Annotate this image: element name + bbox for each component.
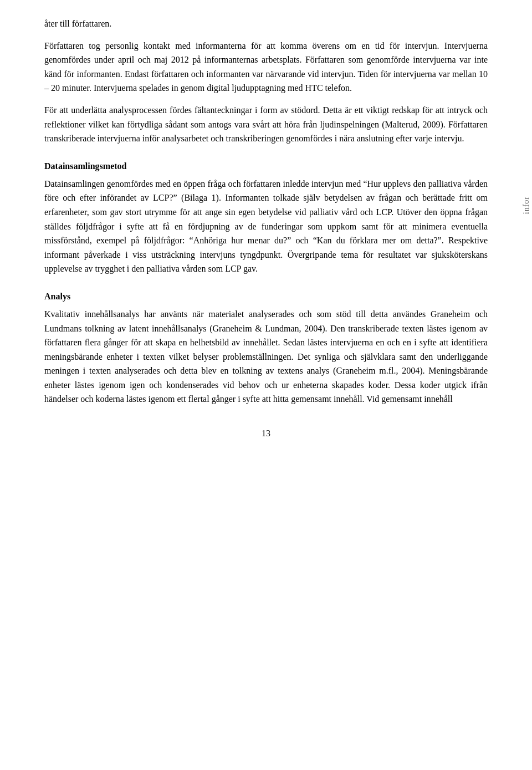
paragraph-p1: åter till författaren. xyxy=(44,17,488,31)
section-heading-heading-analys: Analys xyxy=(44,292,488,302)
infor-label: infor xyxy=(522,196,531,214)
paragraph-p3: För att underlätta analysprocessen förde… xyxy=(44,103,488,146)
section-heading-heading-datainsamling: Datainsamlingsmetod xyxy=(44,161,488,171)
content-area: åter till författaren.Författaren tog pe… xyxy=(44,17,488,406)
paragraph-p4: Datainsamlingen genomfördes med en öppen… xyxy=(44,177,488,276)
paragraph-p2: Författaren tog personlig kontakt med in… xyxy=(44,39,488,95)
paragraph-p5: Kvalitativ innehållsanalys har använts n… xyxy=(44,307,488,406)
page: infor åter till författaren.Författaren … xyxy=(0,0,532,770)
page-number: 13 xyxy=(44,429,488,438)
